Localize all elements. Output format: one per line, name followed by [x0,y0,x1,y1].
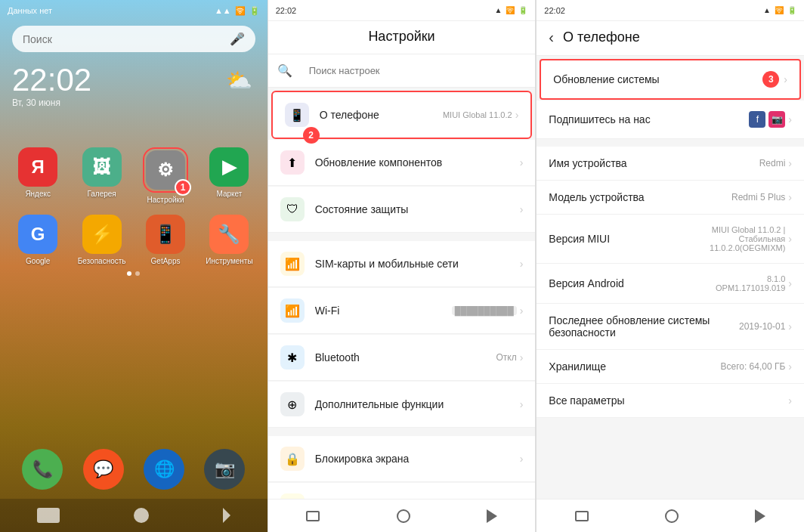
dot-2 [135,271,140,276]
android-value: 8.1.0OPM1.171019.019 [716,274,785,292]
miui-value: MIUI Global 11.0.2 |Стабильная11.0.2.0(O… [710,225,785,252]
app-tools[interactable]: 🔧 Инструменты [203,215,255,265]
system-update-right: 3 › [762,71,787,88]
about-phone-screen: 22:02 ▲ 🛜 🔋 ‹ О телефоне Обновление сист… [536,0,804,532]
device-name-value: Redmi [759,158,786,169]
android-right: 8.1.0OPM1.171019.019 › [716,274,792,292]
nav-home-about[interactable] [665,509,679,523]
wifi-text: Wi-Fi [315,305,441,317]
mic-icon[interactable]: 🎤 [230,32,245,46]
components-text: Обновление компонентов [315,156,509,169]
settings-item-protection[interactable]: 🛡 Состояние защиты › [268,187,536,233]
storage-value: Всего: 64,00 ГБ [720,361,785,372]
app-getapps[interactable]: 📱 GetApps [140,215,191,265]
settings-search-bar[interactable]: 🔍 [268,54,536,88]
nav-recent-settings[interactable] [487,509,497,523]
about-item-android[interactable]: Версия Android 8.1.0OPM1.171019.019 › [537,264,804,304]
date-label: Вт, 30 июня [12,97,255,108]
system-update-label: Обновление системы [553,73,762,85]
extra-text: Дополнительные функции [315,398,509,410]
about-item-subscribe[interactable]: Подпишитесь на нас f 📷 › [537,101,804,139]
app-security[interactable]: ⚡ Безопасность [76,215,127,265]
bluetooth-chevron: › [520,351,524,363]
settings-item-sim[interactable]: 📶 SIM-карты и мобильные сети › [268,241,536,287]
bluetooth-text: Bluetooth [315,351,486,363]
protection-text: Состояние защиты [315,203,509,215]
miui-chevron: › [788,233,792,245]
device-model-label: Модель устройства [549,191,731,203]
dock-browser[interactable]: 🌐 [144,449,184,490]
nav-recent-about[interactable] [755,509,765,523]
bluetooth-icon: ✱ [280,345,305,370]
system-update-chevron: › [784,73,787,85]
settings-item-wifi[interactable]: 📶 Wi-Fi ██████████ › [268,288,536,334]
nav-recent-home[interactable] [223,508,230,523]
storage-label: Хранилище [549,360,720,373]
search-bar[interactable]: 🎤 [12,26,255,52]
subscribe-chevron: › [788,113,792,125]
weather-icon: ⛅ [226,68,252,93]
about-item-system-update[interactable]: Обновление системы 3 › [540,59,801,100]
about-item-device-model[interactable]: Модель устройства Redmi 5 Plus › [537,181,804,215]
settings-item-bluetooth[interactable]: ✱ Bluetooth Откл › [268,335,536,381]
gallery-label: Галерея [87,190,116,198]
app-grid-row1: Я Яндекс 🖼 Галерея ⚙ 1 Настройки ▶ [0,147,267,204]
about-signal-icon: ▲ [763,6,771,14]
back-button[interactable]: ‹ [549,29,554,46]
extra-chevron: › [520,398,524,410]
app-settings[interactable]: ⚙ 1 Настройки [140,147,191,204]
nav-bar-settings [268,499,536,532]
settings-item-display[interactable]: ☀ Экран › [268,483,536,499]
nav-home-home[interactable] [134,508,149,523]
app-gallery[interactable]: 🖼 Галерея [76,147,127,204]
wifi-chevron: › [520,305,524,317]
step-badge-3: 3 [762,71,779,88]
yandex-icon: Я [18,147,57,187]
nav-home-settings[interactable] [397,509,410,523]
device-model-chevron: › [788,191,792,203]
sim-text: SIM-карты и мобильные сети [315,258,509,270]
settings-item-lock[interactable]: 🔒 Блокировка экрана › [268,436,536,482]
clock-time: 22:02 [12,64,255,96]
settings-search-input[interactable] [298,60,527,81]
instagram-icon: 📷 [768,111,785,128]
about-item-device-name[interactable]: Имя устройства Redmi › [537,147,804,181]
components-icon: ⬆ [280,150,305,175]
dock-phone[interactable]: 📞 [22,449,63,490]
home-screen: Данных нет ▲▲ 🛜 🔋 🎤 22:02 Вт, 30 июня ⛅ … [0,0,267,532]
wifi-right: ██████████ › [452,305,524,317]
lock-text: Блокировка экрана [315,453,509,465]
settings-item-about[interactable]: 📱 О телефоне MIUI Global 11.0.2 › 2 [271,91,533,139]
nav-back-about[interactable] [575,511,589,521]
about-item-all-params[interactable]: Все параметры › [537,384,804,418]
dock-messages[interactable]: 💬 [83,449,124,490]
settings-title: Настройки [268,21,536,54]
about-title: О телефоне [563,29,640,45]
nav-bar-home [0,499,267,532]
about-item-miui[interactable]: Версия MIUI MIUI Global 11.0.2 |Стабильн… [537,215,804,264]
getapps-icon: 📱 [146,215,185,254]
nav-back-home[interactable] [37,508,60,523]
settings-item-extra[interactable]: ⊕ Дополнительные функции › [268,382,536,428]
app-google[interactable]: G Google [12,215,63,265]
yandex-label: Яндекс [25,190,51,198]
settings-title-text: Настройки [368,29,434,44]
device-name-label: Имя устройства [549,157,759,169]
settings-item-components[interactable]: ⬆ Обновление компонентов › [268,140,536,186]
about-chevron: › [515,109,519,121]
about-status-time: 22:02 [544,6,565,15]
settings-screen: 22:02 ▲ 🛜 🔋 Настройки 🔍 📱 О телефоне MIU… [267,0,537,532]
system-update-wrapper: Обновление системы 3 › [540,59,801,100]
bluetooth-status: Откл [496,352,516,363]
components-title: Обновление компонентов [315,156,509,169]
about-item-last-update[interactable]: Последнее обновление системы безопасност… [537,304,804,350]
step-badge-1: 1 [175,179,191,196]
about-item-storage[interactable]: Хранилище Всего: 64,00 ГБ › [537,350,804,384]
about-phone-version: MIUI Global 11.0.2 [443,110,512,119]
dock-camera[interactable]: 📷 [204,449,245,490]
app-market[interactable]: ▶ Маркет [203,147,255,204]
nav-back-settings[interactable] [306,511,320,521]
app-yandex[interactable]: Я Яндекс [12,147,63,204]
search-input[interactable] [23,33,224,45]
wifi-value: ██████████ [452,306,517,315]
